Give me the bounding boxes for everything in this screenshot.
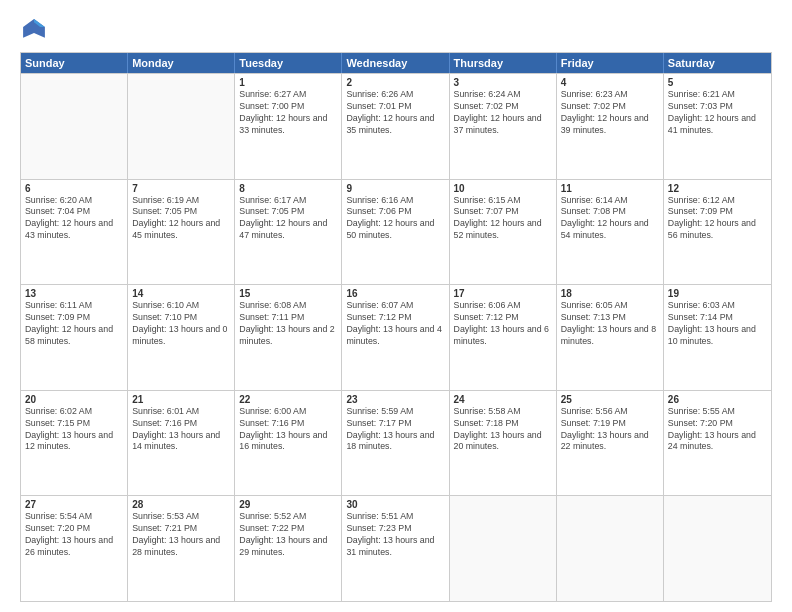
day-info: Sunrise: 6:11 AM Sunset: 7:09 PM Dayligh…	[25, 300, 123, 348]
day-number: 3	[454, 77, 552, 88]
day-number: 2	[346, 77, 444, 88]
calendar-header: SundayMondayTuesdayWednesdayThursdayFrid…	[21, 53, 771, 73]
day-info: Sunrise: 5:56 AM Sunset: 7:19 PM Dayligh…	[561, 406, 659, 454]
calendar-cell: 14Sunrise: 6:10 AM Sunset: 7:10 PM Dayli…	[128, 285, 235, 390]
day-info: Sunrise: 6:06 AM Sunset: 7:12 PM Dayligh…	[454, 300, 552, 348]
calendar-week-2: 6Sunrise: 6:20 AM Sunset: 7:04 PM Daylig…	[21, 179, 771, 285]
header-day-thursday: Thursday	[450, 53, 557, 73]
calendar-cell: 15Sunrise: 6:08 AM Sunset: 7:11 PM Dayli…	[235, 285, 342, 390]
calendar-cell: 26Sunrise: 5:55 AM Sunset: 7:20 PM Dayli…	[664, 391, 771, 496]
day-info: Sunrise: 5:58 AM Sunset: 7:18 PM Dayligh…	[454, 406, 552, 454]
calendar-cell: 28Sunrise: 5:53 AM Sunset: 7:21 PM Dayli…	[128, 496, 235, 601]
day-number: 25	[561, 394, 659, 405]
day-number: 22	[239, 394, 337, 405]
calendar-cell: 7Sunrise: 6:19 AM Sunset: 7:05 PM Daylig…	[128, 180, 235, 285]
day-number: 18	[561, 288, 659, 299]
day-info: Sunrise: 5:52 AM Sunset: 7:22 PM Dayligh…	[239, 511, 337, 559]
calendar: SundayMondayTuesdayWednesdayThursdayFrid…	[20, 52, 772, 602]
calendar-cell: 24Sunrise: 5:58 AM Sunset: 7:18 PM Dayli…	[450, 391, 557, 496]
day-number: 1	[239, 77, 337, 88]
day-number: 29	[239, 499, 337, 510]
day-info: Sunrise: 6:16 AM Sunset: 7:06 PM Dayligh…	[346, 195, 444, 243]
calendar-cell: 5Sunrise: 6:21 AM Sunset: 7:03 PM Daylig…	[664, 74, 771, 179]
day-number: 20	[25, 394, 123, 405]
logo	[20, 16, 52, 44]
day-info: Sunrise: 6:23 AM Sunset: 7:02 PM Dayligh…	[561, 89, 659, 137]
calendar-body: 1Sunrise: 6:27 AM Sunset: 7:00 PM Daylig…	[21, 73, 771, 601]
day-number: 9	[346, 183, 444, 194]
calendar-week-5: 27Sunrise: 5:54 AM Sunset: 7:20 PM Dayli…	[21, 495, 771, 601]
calendar-cell	[664, 496, 771, 601]
day-number: 21	[132, 394, 230, 405]
calendar-cell: 17Sunrise: 6:06 AM Sunset: 7:12 PM Dayli…	[450, 285, 557, 390]
day-number: 13	[25, 288, 123, 299]
logo-icon	[20, 16, 48, 44]
day-info: Sunrise: 5:53 AM Sunset: 7:21 PM Dayligh…	[132, 511, 230, 559]
day-number: 24	[454, 394, 552, 405]
header-day-sunday: Sunday	[21, 53, 128, 73]
day-number: 7	[132, 183, 230, 194]
day-number: 12	[668, 183, 767, 194]
day-info: Sunrise: 6:27 AM Sunset: 7:00 PM Dayligh…	[239, 89, 337, 137]
day-number: 15	[239, 288, 337, 299]
header-day-wednesday: Wednesday	[342, 53, 449, 73]
day-info: Sunrise: 6:02 AM Sunset: 7:15 PM Dayligh…	[25, 406, 123, 454]
header-day-tuesday: Tuesday	[235, 53, 342, 73]
calendar-week-1: 1Sunrise: 6:27 AM Sunset: 7:00 PM Daylig…	[21, 73, 771, 179]
day-number: 30	[346, 499, 444, 510]
day-number: 19	[668, 288, 767, 299]
calendar-cell: 16Sunrise: 6:07 AM Sunset: 7:12 PM Dayli…	[342, 285, 449, 390]
day-number: 5	[668, 77, 767, 88]
day-number: 16	[346, 288, 444, 299]
day-number: 8	[239, 183, 337, 194]
calendar-cell: 4Sunrise: 6:23 AM Sunset: 7:02 PM Daylig…	[557, 74, 664, 179]
calendar-cell: 27Sunrise: 5:54 AM Sunset: 7:20 PM Dayli…	[21, 496, 128, 601]
calendar-cell: 29Sunrise: 5:52 AM Sunset: 7:22 PM Dayli…	[235, 496, 342, 601]
calendar-cell: 22Sunrise: 6:00 AM Sunset: 7:16 PM Dayli…	[235, 391, 342, 496]
calendar-cell	[128, 74, 235, 179]
calendar-cell: 8Sunrise: 6:17 AM Sunset: 7:05 PM Daylig…	[235, 180, 342, 285]
day-number: 6	[25, 183, 123, 194]
day-info: Sunrise: 6:20 AM Sunset: 7:04 PM Dayligh…	[25, 195, 123, 243]
day-info: Sunrise: 5:55 AM Sunset: 7:20 PM Dayligh…	[668, 406, 767, 454]
day-info: Sunrise: 6:07 AM Sunset: 7:12 PM Dayligh…	[346, 300, 444, 348]
calendar-cell: 1Sunrise: 6:27 AM Sunset: 7:00 PM Daylig…	[235, 74, 342, 179]
calendar-cell	[21, 74, 128, 179]
day-number: 11	[561, 183, 659, 194]
calendar-cell	[557, 496, 664, 601]
day-info: Sunrise: 6:01 AM Sunset: 7:16 PM Dayligh…	[132, 406, 230, 454]
page: SundayMondayTuesdayWednesdayThursdayFrid…	[0, 0, 792, 612]
day-info: Sunrise: 5:59 AM Sunset: 7:17 PM Dayligh…	[346, 406, 444, 454]
day-info: Sunrise: 6:12 AM Sunset: 7:09 PM Dayligh…	[668, 195, 767, 243]
calendar-cell: 12Sunrise: 6:12 AM Sunset: 7:09 PM Dayli…	[664, 180, 771, 285]
calendar-week-4: 20Sunrise: 6:02 AM Sunset: 7:15 PM Dayli…	[21, 390, 771, 496]
day-number: 4	[561, 77, 659, 88]
calendar-cell: 18Sunrise: 6:05 AM Sunset: 7:13 PM Dayli…	[557, 285, 664, 390]
day-number: 17	[454, 288, 552, 299]
header	[20, 16, 772, 44]
day-number: 14	[132, 288, 230, 299]
day-info: Sunrise: 6:15 AM Sunset: 7:07 PM Dayligh…	[454, 195, 552, 243]
day-info: Sunrise: 5:51 AM Sunset: 7:23 PM Dayligh…	[346, 511, 444, 559]
header-day-saturday: Saturday	[664, 53, 771, 73]
calendar-cell	[450, 496, 557, 601]
calendar-cell: 6Sunrise: 6:20 AM Sunset: 7:04 PM Daylig…	[21, 180, 128, 285]
day-info: Sunrise: 6:26 AM Sunset: 7:01 PM Dayligh…	[346, 89, 444, 137]
day-number: 28	[132, 499, 230, 510]
day-info: Sunrise: 6:24 AM Sunset: 7:02 PM Dayligh…	[454, 89, 552, 137]
day-info: Sunrise: 6:10 AM Sunset: 7:10 PM Dayligh…	[132, 300, 230, 348]
calendar-cell: 13Sunrise: 6:11 AM Sunset: 7:09 PM Dayli…	[21, 285, 128, 390]
day-number: 23	[346, 394, 444, 405]
day-number: 10	[454, 183, 552, 194]
calendar-cell: 11Sunrise: 6:14 AM Sunset: 7:08 PM Dayli…	[557, 180, 664, 285]
day-info: Sunrise: 6:03 AM Sunset: 7:14 PM Dayligh…	[668, 300, 767, 348]
calendar-cell: 21Sunrise: 6:01 AM Sunset: 7:16 PM Dayli…	[128, 391, 235, 496]
calendar-cell: 3Sunrise: 6:24 AM Sunset: 7:02 PM Daylig…	[450, 74, 557, 179]
day-info: Sunrise: 6:17 AM Sunset: 7:05 PM Dayligh…	[239, 195, 337, 243]
calendar-cell: 30Sunrise: 5:51 AM Sunset: 7:23 PM Dayli…	[342, 496, 449, 601]
day-info: Sunrise: 5:54 AM Sunset: 7:20 PM Dayligh…	[25, 511, 123, 559]
day-number: 27	[25, 499, 123, 510]
calendar-cell: 20Sunrise: 6:02 AM Sunset: 7:15 PM Dayli…	[21, 391, 128, 496]
header-day-friday: Friday	[557, 53, 664, 73]
day-info: Sunrise: 6:00 AM Sunset: 7:16 PM Dayligh…	[239, 406, 337, 454]
